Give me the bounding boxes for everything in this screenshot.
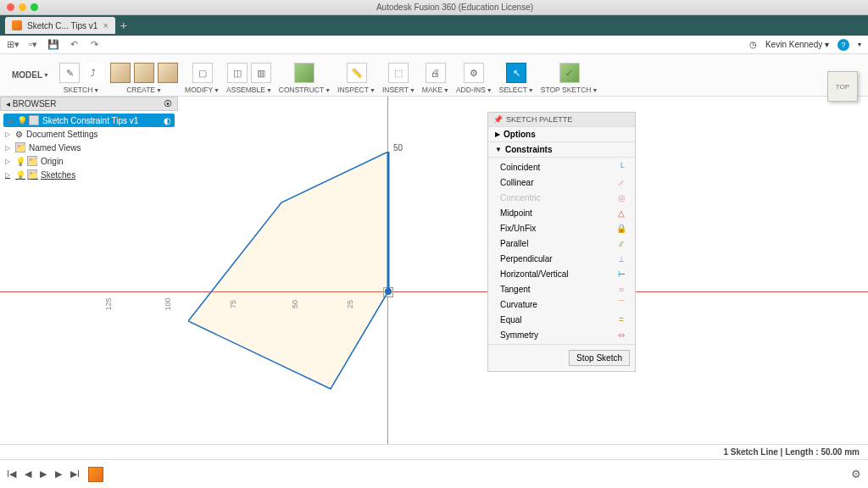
svg-marker-0 — [188, 152, 388, 389]
constraint-tangent[interactable]: Tangent○ — [488, 281, 635, 297]
save-icon[interactable]: 💾 — [47, 39, 59, 51]
palette-constraints-section[interactable]: ▼Constraints — [488, 142, 635, 158]
perpendicular-icon: ⟂ — [616, 253, 626, 263]
palette-header[interactable]: 📌 SKETCH PALETTE — [488, 113, 635, 127]
box-icon[interactable] — [110, 63, 131, 83]
constraint-equal[interactable]: Equal= — [488, 312, 635, 327]
window-controls[interactable] — [7, 3, 38, 11]
status-info: 1 Sketch Line | Length : 50.00 mm — [723, 447, 860, 457]
constraint-horizontalvertical[interactable]: Horizontal/Vertical⊢ — [488, 266, 635, 281]
ribbon-insert[interactable]: ⬚ INSERT▼ — [379, 54, 419, 96]
timeline-prev-icon[interactable]: ◀ — [25, 469, 31, 480]
collinear-icon: ⟋ — [616, 177, 626, 187]
minimize-icon[interactable] — [19, 3, 26, 11]
symmetry-icon: ⇔ — [616, 330, 626, 340]
ribbon-select[interactable]: ↖ SELECT▼ — [496, 54, 537, 96]
recent-icon[interactable]: ◷ — [749, 40, 757, 49]
pin-icon[interactable]: ⦿ — [164, 99, 172, 108]
browser-item-views[interactable]: ▷📁Named Views — [0, 141, 178, 154]
new-tab-button[interactable]: + — [120, 19, 127, 32]
document-tabbar: Sketch C... Tips v1 × + — [0, 15, 868, 36]
ribbon-toolbar: MODEL ▼ ✎⤴ SKETCH▼ CREATE▼ ▢ MODIFY▼ ◫▥ … — [0, 54, 868, 97]
constraint-concentric[interactable]: Concentric◎ — [488, 190, 635, 205]
line-icon[interactable]: ⤴ — [83, 63, 103, 83]
coincident-icon: └ — [616, 162, 626, 172]
browser-item-settings[interactable]: ▷⚙Document Settings — [0, 128, 178, 141]
constraint-fixunfix[interactable]: Fix/UnFix🔒 — [488, 220, 635, 236]
redo-icon[interactable]: ↷ — [88, 39, 100, 51]
tangent-icon: ○ — [616, 284, 626, 294]
insert-icon[interactable]: ⬚ — [388, 63, 409, 83]
constraint-perpendicular[interactable]: Perpendicular⟂ — [488, 251, 635, 266]
constraint-symmetry[interactable]: Symmetry⇔ — [488, 327, 635, 342]
palette-options-section[interactable]: ▶Options — [488, 127, 635, 142]
quick-access-bar: ⊞▾ ▫▾ 💾 ↶ ↷ ◷ Kevin Kennedy ▾ ?▾ — [0, 36, 868, 54]
sketch-palette: 📌 SKETCH PALETTE ▶Options ▼Constraints C… — [487, 112, 636, 372]
timeline-feature-sketch[interactable] — [88, 467, 103, 482]
pin-icon[interactable]: 📌 — [493, 115, 503, 124]
joint-icon[interactable]: ◫ — [227, 63, 248, 83]
constraint-collinear[interactable]: Collinear⟋ — [488, 175, 635, 190]
help-icon[interactable]: ? — [837, 39, 849, 51]
browser-root[interactable]: ◢💡 Sketch Constraint Tips v1 ◐ — [3, 114, 175, 127]
browser-item-sketches[interactable]: ▷💡📁Sketches — [0, 168, 178, 181]
addins-icon[interactable]: ⚙ — [464, 63, 484, 83]
browser-item-origin[interactable]: ▷💡📁Origin — [0, 154, 178, 168]
ribbon-make[interactable]: 🖨 MAKE▼ — [419, 54, 453, 96]
ruler-tick: 75 — [229, 300, 237, 308]
status-bar: 1 Sketch Line | Length : 50.00 mm — [0, 444, 868, 459]
constraint-midpoint[interactable]: Midpoint△ — [488, 205, 635, 220]
ribbon-stop-sketch[interactable]: ✓ STOP SKETCH▼ — [537, 54, 602, 96]
document-tab[interactable]: Sketch C... Tips v1 × — [5, 17, 115, 34]
ruler-tick: 50 — [291, 300, 299, 308]
dimension-label[interactable]: 50 — [393, 143, 403, 152]
print-icon[interactable]: 🖨 — [426, 63, 446, 83]
constraint-curvature[interactable]: Curvature⌒ — [488, 297, 635, 312]
assemble-icon[interactable]: ▥ — [251, 63, 271, 83]
sketch-geometry[interactable] — [188, 152, 409, 406]
timeline-end-icon[interactable]: ▶I — [70, 469, 80, 480]
revolve-icon[interactable] — [158, 63, 178, 83]
ribbon-inspect[interactable]: 📏 INSPECT▼ — [334, 54, 379, 96]
midpoint-icon: △ — [616, 208, 626, 218]
select-icon[interactable]: ↖ — [506, 63, 526, 83]
file-icon[interactable]: ▫▾ — [27, 39, 39, 51]
browser-header[interactable]: ◂ BROWSER ⦿ — [0, 97, 178, 111]
user-menu[interactable]: Kevin Kennedy ▾ — [765, 40, 829, 49]
close-tab-icon[interactable]: × — [103, 20, 108, 30]
ribbon-assemble[interactable]: ◫▥ ASSEMBLE▼ — [223, 54, 275, 96]
constraint-coincident[interactable]: Coincident└ — [488, 159, 635, 175]
sketch-icon[interactable]: ✎ — [59, 63, 80, 83]
fixunfix-icon: 🔒 — [616, 223, 626, 233]
plane-icon[interactable] — [294, 63, 314, 83]
grid-menu-icon[interactable]: ⊞▾ — [7, 39, 19, 51]
view-cube[interactable]: TOP — [827, 71, 858, 102]
browser-panel: ◂ BROWSER ⦿ ◢💡 Sketch Constraint Tips v1… — [0, 97, 178, 183]
timeline-next-icon[interactable]: ▶ — [55, 469, 62, 480]
ribbon-modify[interactable]: ▢ MODIFY▼ — [181, 54, 223, 96]
stop-sketch-button[interactable]: Stop Sketch — [569, 350, 630, 366]
ribbon-create[interactable]: CREATE▼ — [107, 54, 181, 96]
timeline-settings-icon[interactable]: ⚙ — [851, 468, 861, 480]
timeline-start-icon[interactable]: I◀ — [7, 469, 16, 480]
timeline-bar: I◀ ◀ ▶ ▶ ▶I ⚙ — [0, 459, 868, 488]
extrude-icon[interactable] — [134, 63, 154, 83]
close-icon[interactable] — [7, 3, 14, 11]
ribbon-addins[interactable]: ⚙ ADD-INS▼ — [453, 54, 496, 96]
stop-sketch-icon[interactable]: ✓ — [559, 63, 580, 83]
ruler-tick: 100 — [164, 297, 172, 310]
ruler-tick: 125 — [104, 297, 113, 310]
fillet-icon[interactable]: ▢ — [192, 63, 213, 83]
horizontalvertical-icon: ⊢ — [616, 269, 626, 279]
workspace-switcher[interactable]: MODEL ▼ — [5, 54, 56, 96]
canvas-viewport[interactable]: 50 125 100 75 50 25 ◂ BROWSER ⦿ ◢💡 Sketc… — [0, 97, 868, 459]
constraint-parallel[interactable]: Parallel⫽ — [488, 236, 635, 251]
curvature-icon: ⌒ — [616, 299, 626, 309]
timeline-play-icon[interactable]: ▶ — [40, 469, 47, 480]
ribbon-sketch[interactable]: ✎⤴ SKETCH▼ — [56, 54, 107, 96]
maximize-icon[interactable] — [31, 3, 38, 11]
ribbon-construct[interactable]: CONSTRUCT▼ — [275, 54, 334, 96]
undo-icon[interactable]: ↶ — [68, 39, 80, 51]
measure-icon[interactable]: 📏 — [347, 63, 367, 83]
concentric-icon: ◎ — [616, 192, 626, 202]
